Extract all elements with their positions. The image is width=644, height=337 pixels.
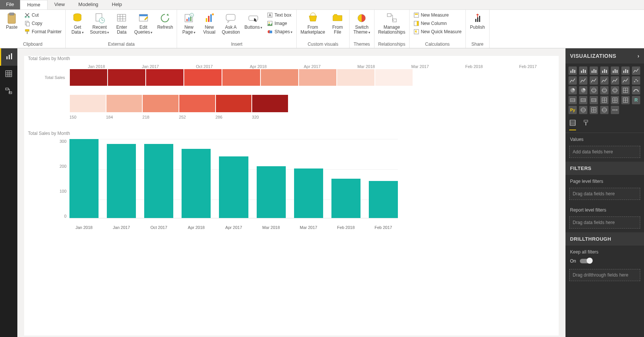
tab-home[interactable]: Home — [20, 0, 48, 9]
tab-modeling[interactable]: Modeling — [72, 0, 105, 9]
new-visual-button[interactable]: NewVisual — [200, 11, 219, 36]
image-button[interactable]: Image — [265, 20, 294, 27]
from-file-button[interactable]: FromFile — [328, 11, 347, 36]
bar[interactable] — [369, 181, 398, 218]
bar[interactable] — [257, 166, 286, 218]
viz-tile-clustered-bar[interactable] — [579, 66, 587, 75]
heatmap-cell[interactable] — [260, 69, 299, 86]
viz-tile-stacked-column[interactable] — [611, 66, 619, 75]
edit-queries-button[interactable]: EditQueries — [132, 11, 154, 37]
heatmap-cell[interactable] — [146, 69, 184, 86]
page-filters-drop[interactable]: Drag data fields here — [569, 188, 640, 200]
viz-tile-table[interactable] — [611, 96, 619, 104]
fields-tab[interactable] — [569, 119, 576, 130]
viz-tile-key-inf[interactable] — [590, 106, 598, 114]
nav-data-view[interactable] — [0, 66, 17, 83]
viz-tile-line-clustered[interactable] — [590, 76, 598, 85]
bar[interactable] — [69, 139, 99, 218]
buttons-button[interactable]: Buttons — [243, 11, 264, 32]
viz-tile-multi-card[interactable]: 123 — [579, 96, 587, 104]
heatmap-cell[interactable] — [69, 69, 108, 86]
new-column-button[interactable]: New Column — [412, 20, 463, 27]
viz-tile-map[interactable] — [600, 86, 609, 94]
new-page-button[interactable]: +NewPage — [179, 11, 198, 37]
viz-tile-slicer[interactable] — [600, 96, 609, 104]
viz-tile-arcgis[interactable] — [579, 106, 587, 114]
viz-tile-scatter[interactable] — [632, 76, 640, 85]
viz-tile-more[interactable] — [611, 106, 619, 114]
tab-help[interactable]: Help — [105, 0, 129, 9]
format-painter-button[interactable]: Format Painter — [23, 28, 63, 36]
bar[interactable] — [294, 168, 323, 218]
switch-theme-button[interactable]: SwitchTheme — [352, 11, 371, 37]
viz-tile-line[interactable] — [632, 66, 640, 75]
viz-tile-gauge[interactable] — [632, 86, 640, 94]
report-filters-label: Report level filters — [565, 204, 644, 215]
bar[interactable] — [107, 144, 136, 218]
viz-tile-clustered-column[interactable] — [600, 66, 609, 75]
recent-sources-button[interactable]: RecentSources — [88, 11, 111, 37]
get-data-button[interactable]: GetData — [68, 11, 87, 37]
viz-tile-stacked-bar-100[interactable] — [590, 66, 598, 75]
report-filters-drop[interactable]: Drag data fields here — [569, 216, 640, 229]
viz-tile-treemap[interactable] — [590, 86, 598, 94]
viz-tile-ribbon[interactable] — [611, 76, 619, 85]
text-box-button[interactable]: AText box — [265, 11, 294, 19]
heatmap-cell[interactable] — [108, 69, 146, 86]
viz-tile-r-visual[interactable]: R — [632, 96, 640, 104]
copy-button[interactable]: Copy — [23, 20, 63, 27]
new-quick-measure-button[interactable]: New Quick Measure — [412, 28, 463, 36]
drillthrough-header[interactable]: DRILLTHROUGH — [565, 232, 644, 246]
barchart-visual[interactable]: Total Sales by Month 3002001000 Jan 2018… — [28, 131, 555, 230]
viz-tile-filled-map[interactable] — [611, 86, 619, 94]
tab-file[interactable]: File — [0, 0, 20, 9]
viz-tile-area[interactable] — [569, 76, 577, 85]
cut-button[interactable]: Cut — [23, 11, 63, 19]
bar[interactable] — [144, 144, 173, 218]
bar[interactable] — [219, 156, 248, 218]
new-measure-button[interactable]: New Measure — [412, 11, 463, 19]
nav-report-view[interactable] — [0, 48, 17, 66]
viz-tile-pie[interactable] — [569, 86, 577, 94]
viz-tile-stacked-bar[interactable] — [569, 66, 577, 75]
enter-data-button[interactable]: EnterData — [112, 11, 131, 36]
canvas-area[interactable]: Total Sales by Month Jan 2018Jan 2017Oct… — [17, 48, 565, 337]
publish-button[interactable]: Publish — [468, 11, 487, 31]
viz-tile-funnel[interactable] — [621, 86, 630, 94]
svg-rect-58 — [574, 70, 575, 73]
keep-all-toggle[interactable] — [580, 259, 592, 263]
shapes-button[interactable]: Shapes — [265, 28, 294, 36]
visualizations-header[interactable]: VISUALIZATIONS › — [565, 48, 644, 63]
report-view-icon — [6, 53, 13, 62]
heatmap-cell[interactable] — [184, 69, 222, 86]
tab-view[interactable]: View — [48, 0, 72, 9]
viz-tile-stacked-area[interactable] — [579, 76, 587, 85]
filters-header[interactable]: FILTERS — [565, 162, 644, 175]
heatmap-cell[interactable] — [299, 69, 337, 86]
heatmap-cell[interactable] — [222, 69, 260, 86]
values-drop[interactable]: Add data fields here — [569, 146, 640, 158]
bar[interactable] — [331, 179, 361, 218]
viz-tile-stacked-column-100[interactable] — [621, 66, 630, 75]
drillthrough-drop[interactable]: Drag drillthrough fields here — [569, 269, 640, 281]
viz-tile-card[interactable]: 123 — [569, 96, 577, 104]
bar[interactable] — [182, 149, 211, 218]
refresh-button[interactable]: Refresh — [156, 11, 174, 31]
manage-relationships-button[interactable]: ManageRelationships — [377, 11, 407, 36]
ask-question-button[interactable]: Ask AQuestion — [220, 11, 241, 36]
nav-model-view[interactable] — [0, 83, 17, 100]
from-marketplace-button[interactable]: FromMarketplace — [299, 11, 327, 36]
viz-tile-kpi[interactable]: 123 — [590, 96, 598, 104]
viz-tile-matrix[interactable] — [621, 96, 630, 104]
viz-tile-py-visual[interactable]: Py — [569, 106, 577, 114]
viz-tile-waterfall[interactable] — [621, 76, 630, 85]
format-tab[interactable] — [583, 119, 590, 130]
viz-tile-donut[interactable] — [579, 86, 587, 94]
heatmap-cell[interactable] — [375, 69, 413, 86]
viz-tile-shape-map[interactable] — [600, 106, 609, 114]
heatmap-visual[interactable]: Total Sales by Month Jan 2018Jan 2017Oct… — [28, 56, 555, 119]
heatmap-x-label: Mar 2018 — [339, 64, 393, 69]
paste-button[interactable]: Paste — [2, 11, 21, 31]
viz-tile-line-stacked[interactable] — [600, 76, 609, 85]
heatmap-cell[interactable] — [337, 69, 375, 86]
